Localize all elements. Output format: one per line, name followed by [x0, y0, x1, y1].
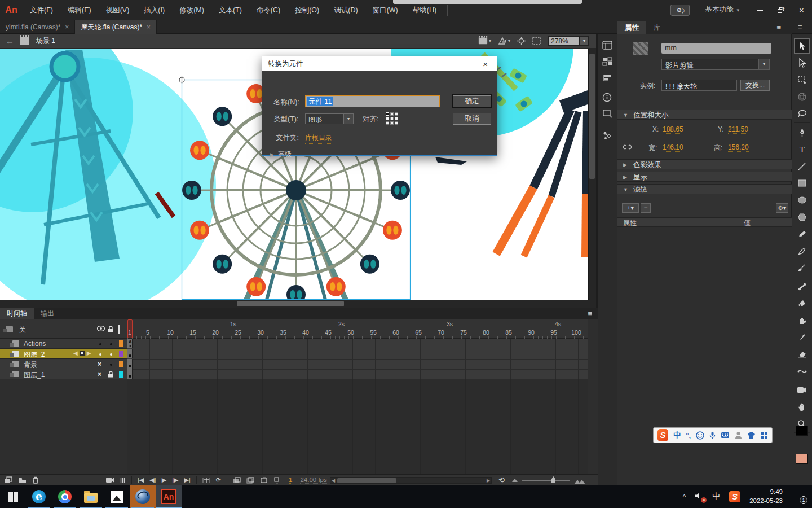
- section-filters[interactable]: ▼ 滤镜: [617, 184, 792, 194]
- frame-grid[interactable]: a: [127, 339, 588, 379]
- hand-tool[interactable]: [794, 399, 810, 414]
- prev-keyframe-icon[interactable]: ◀: [73, 350, 78, 356]
- ok-button[interactable]: 确定: [453, 95, 491, 107]
- modify-markers-button[interactable]: [273, 477, 281, 484]
- step-back-button[interactable]: ◀|: [149, 476, 156, 484]
- workspace-gear-button[interactable]: ⚙⤸: [670, 5, 690, 16]
- height-value[interactable]: 156.20: [728, 143, 749, 152]
- lasso-tool[interactable]: [794, 106, 810, 121]
- symbol-type-select[interactable]: 图形 ▾: [305, 113, 354, 124]
- toolbox-icon[interactable]: [761, 432, 768, 439]
- line-tool[interactable]: [794, 159, 810, 174]
- ime-language-indicator[interactable]: 中: [712, 492, 720, 502]
- menu-item[interactable]: 文本(T): [211, 0, 249, 20]
- taskbar-cinema4d-icon[interactable]: [130, 485, 156, 508]
- layer-lock-dot[interactable]: [110, 343, 112, 345]
- edit-symbols-icon[interactable]: ▾: [498, 37, 510, 45]
- color-panel-icon[interactable]: [602, 57, 613, 67]
- bone-tool[interactable]: [794, 279, 810, 294]
- symbol-name-input[interactable]: 元件 11: [305, 95, 440, 107]
- subselection-tool[interactable]: [794, 55, 810, 71]
- stage-zoom-combo[interactable]: 278% ▾: [548, 36, 589, 46]
- advanced-toggle[interactable]: ▶高级: [270, 150, 292, 159]
- taskbar-animate-icon[interactable]: An: [156, 485, 182, 508]
- add-filter-button[interactable]: +▾: [622, 203, 639, 213]
- taskbar-chrome-icon[interactable]: [52, 485, 78, 508]
- reset-timeline-zoom-button[interactable]: ⟲: [498, 476, 505, 484]
- edit-multiple-frames-button[interactable]: [260, 477, 268, 484]
- expand-dock-icon[interactable]: »: [782, 5, 784, 11]
- paint-brush-tool[interactable]: [794, 260, 810, 275]
- stage-horizontal-scrollbar-thumb[interactable]: [237, 301, 344, 306]
- playhead-line[interactable]: [130, 339, 130, 473]
- punctuation-icon[interactable]: °,: [686, 431, 691, 440]
- filter-options-button[interactable]: ⚙▾: [776, 203, 788, 213]
- camera-button[interactable]: [105, 477, 114, 483]
- layer-lock-dot[interactable]: [110, 364, 112, 366]
- account-icon[interactable]: [735, 431, 742, 439]
- link-width-height-icon[interactable]: [623, 143, 632, 151]
- layer-outline-swatch[interactable]: [119, 351, 123, 357]
- pencil-tool[interactable]: [794, 226, 810, 242]
- section-position-size[interactable]: ▼ 位置和大小: [617, 110, 792, 120]
- eyedropper-tool[interactable]: [794, 330, 810, 345]
- cancel-button[interactable]: 取消: [453, 113, 491, 125]
- window-close-button[interactable]: ×: [791, 2, 812, 18]
- clip-content-icon[interactable]: [532, 37, 541, 45]
- outline-all-icon[interactable]: [118, 326, 126, 332]
- dialog-close-icon[interactable]: ×: [479, 59, 491, 69]
- layer-hidden-x-icon[interactable]: ×: [98, 370, 102, 378]
- layer-outline-swatch[interactable]: [119, 371, 123, 378]
- onion-skin-outline-button[interactable]: [246, 477, 254, 484]
- section-display[interactable]: ▶ 显示: [617, 172, 792, 182]
- tab-close-icon[interactable]: ×: [147, 23, 151, 31]
- stage-vertical-scrollbar-thumb[interactable]: [589, 54, 595, 179]
- layer-row-layer1[interactable]: 图层_1 ×: [0, 369, 127, 379]
- zoom-out-timeline-icon[interactable]: [512, 479, 518, 482]
- window-minimize-button[interactable]: [749, 2, 770, 18]
- layer-parent-view-icon[interactable]: [6, 326, 13, 332]
- taskbar-explorer-icon[interactable]: [78, 485, 104, 508]
- timeline-zoom-slider[interactable]: [522, 480, 570, 481]
- layer-outline-swatch[interactable]: [119, 340, 123, 347]
- doc-tab-ferris-wheel[interactable]: 摩天轮.fla (Canvas)* ×: [75, 20, 157, 34]
- transform-panel-icon[interactable]: [602, 109, 613, 119]
- info-panel-icon[interactable]: [602, 93, 613, 102]
- sogou-tray-icon[interactable]: S: [729, 491, 740, 502]
- show-hide-all-icon[interactable]: [97, 326, 104, 332]
- tab-timeline[interactable]: 时间轴: [0, 308, 34, 319]
- camera-tool[interactable]: [794, 382, 810, 397]
- 3d-rotation-tool[interactable]: [794, 89, 810, 104]
- layer-name[interactable]: 图层_2: [24, 350, 45, 360]
- menu-item[interactable]: 修改(M): [172, 0, 211, 20]
- step-forward-button[interactable]: |▶: [172, 476, 178, 484]
- x-value[interactable]: 188.65: [663, 125, 683, 134]
- layer-name[interactable]: 图层_1: [24, 370, 45, 380]
- timeline-scrollbar-thumb[interactable]: [337, 478, 396, 483]
- lock-all-icon[interactable]: [108, 326, 115, 332]
- tab-close-icon[interactable]: ×: [65, 23, 69, 31]
- instance-of-value[interactable]: ! ! ! 摩天轮: [661, 80, 737, 91]
- menu-item[interactable]: 控制(O): [288, 0, 326, 20]
- history-panel-icon[interactable]: [602, 131, 613, 141]
- pen-tool[interactable]: [794, 125, 810, 140]
- onion-skin-button[interactable]: [233, 477, 241, 484]
- delete-filter-button[interactable]: −: [641, 203, 651, 213]
- fill-color-swatch[interactable]: [796, 454, 808, 464]
- menu-item[interactable]: 视图(V): [99, 0, 137, 20]
- new-layer-button[interactable]: [5, 476, 12, 484]
- registration-point-grid[interactable]: [386, 112, 400, 126]
- parent-view-toggle-label[interactable]: 关: [19, 325, 26, 335]
- rectangle-tool[interactable]: [794, 176, 810, 191]
- width-tool[interactable]: [794, 364, 810, 379]
- library-root-link[interactable]: 库根目录: [305, 133, 332, 144]
- skin-icon[interactable]: [747, 432, 756, 439]
- selection-tool[interactable]: [794, 38, 810, 54]
- notification-center-icon[interactable]: 1: [792, 492, 804, 502]
- symbol-type-select[interactable]: 影片剪辑 ▾: [661, 59, 770, 70]
- menu-item[interactable]: 插入(I): [136, 0, 172, 20]
- polystar-tool[interactable]: [794, 209, 810, 225]
- go-last-frame-button[interactable]: ▶|: [184, 476, 190, 484]
- playhead-marker[interactable]: [127, 319, 133, 338]
- loop-playback-button[interactable]: ⟳: [216, 476, 221, 484]
